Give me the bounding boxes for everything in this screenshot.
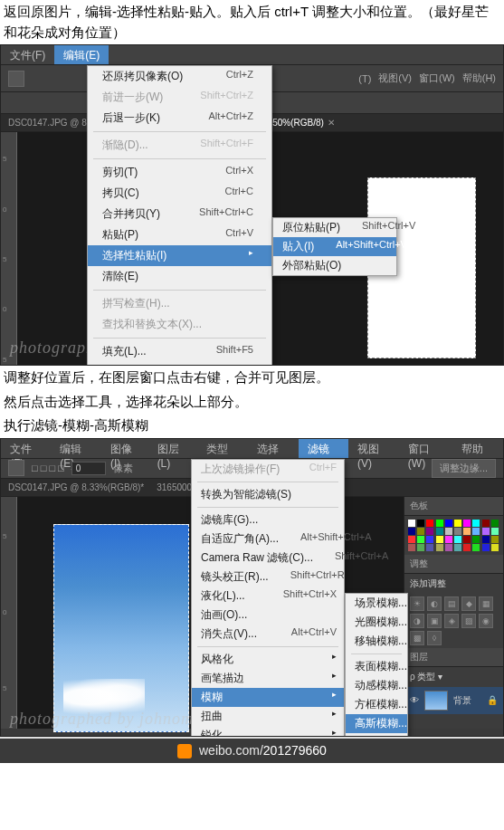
menu-item[interactable]: 还原拷贝像素(O)Ctrl+Z bbox=[88, 66, 271, 87]
menu-item[interactable]: 油画(O)... bbox=[192, 606, 344, 625]
menu-item[interactable]: Camera Raw 滤镜(C)...Shift+Ctrl+A bbox=[192, 549, 344, 568]
swatch[interactable] bbox=[426, 528, 433, 535]
layer-background[interactable]: 👁 背景 🔒 bbox=[404, 687, 503, 714]
swatch[interactable] bbox=[482, 520, 490, 527]
menu-help-2[interactable]: 帮助(H) bbox=[452, 439, 503, 458]
refine-edge-button[interactable]: 调整边缘... bbox=[432, 459, 496, 478]
menu-item[interactable]: 描边(S)... bbox=[88, 362, 271, 366]
swatch[interactable] bbox=[454, 520, 461, 527]
value-input[interactable] bbox=[71, 462, 106, 475]
swatch[interactable] bbox=[482, 528, 490, 535]
swatch[interactable] bbox=[491, 528, 499, 535]
menu-item[interactable]: 镜头校正(R)...Shift+Ctrl+R bbox=[192, 568, 344, 587]
swatch[interactable] bbox=[454, 528, 461, 535]
menu-file-2[interactable]: 文件(F) bbox=[1, 439, 51, 458]
layers-tab[interactable]: 图层 bbox=[404, 648, 503, 667]
swatch[interactable] bbox=[417, 528, 424, 535]
menu-type-2[interactable]: 类型(Y) bbox=[197, 439, 248, 458]
menu-item[interactable]: 动感模糊... bbox=[346, 676, 407, 695]
swatch[interactable] bbox=[472, 520, 480, 527]
doc-tab-1[interactable]: DSC0147.JPG @ 8... bbox=[8, 118, 94, 128]
menu-edit-2[interactable]: 编辑(E) bbox=[51, 439, 101, 458]
layer-thumbnail[interactable] bbox=[424, 691, 448, 711]
swatch-grid[interactable] bbox=[404, 516, 503, 555]
menu-item[interactable]: 场景模糊... bbox=[346, 594, 407, 613]
swatch[interactable] bbox=[445, 520, 452, 527]
swatch[interactable] bbox=[426, 520, 433, 527]
menu-item[interactable]: 清除(E) bbox=[88, 266, 271, 287]
swatch[interactable] bbox=[436, 544, 443, 551]
swatch[interactable] bbox=[463, 528, 471, 535]
menu-item[interactable]: 模糊▸ bbox=[192, 688, 344, 707]
swatch[interactable] bbox=[491, 544, 499, 551]
menu-item[interactable]: 原位粘贴(P)Shift+Ctrl+V bbox=[273, 218, 396, 237]
menu-item[interactable]: 液化(L)...Shift+Ctrl+X bbox=[192, 587, 344, 606]
swatch[interactable] bbox=[445, 544, 452, 551]
menu-item[interactable]: 自适应广角(A)...Alt+Shift+Ctrl+A bbox=[192, 529, 344, 549]
adjustments-tab[interactable]: 调整 bbox=[404, 555, 503, 574]
eye-icon[interactable]: 👁 bbox=[410, 695, 419, 705]
swatch[interactable] bbox=[408, 520, 415, 527]
menu-item[interactable]: 进一步模糊 bbox=[346, 733, 407, 737]
menu-item[interactable]: 贴入(I)Alt+Shift+Ctrl+V bbox=[273, 237, 396, 256]
swatch[interactable] bbox=[408, 536, 415, 543]
swatch[interactable] bbox=[436, 528, 443, 535]
tool-icon[interactable] bbox=[8, 71, 24, 87]
menu-item[interactable]: 剪切(T)Ctrl+X bbox=[88, 162, 271, 183]
swatch[interactable] bbox=[445, 536, 452, 543]
swatch[interactable] bbox=[482, 544, 490, 551]
swatch[interactable] bbox=[463, 544, 471, 551]
menu-item[interactable]: 画笔描边▸ bbox=[192, 669, 344, 688]
menu-item[interactable]: 光圈模糊... bbox=[346, 613, 407, 632]
menu-item[interactable]: 滤镜库(G)... bbox=[192, 510, 344, 529]
swatch[interactable] bbox=[426, 536, 433, 543]
layers-filter[interactable]: ρ 类型 ▾ bbox=[404, 667, 503, 687]
swatch[interactable] bbox=[491, 536, 499, 543]
menu-item[interactable]: 移轴模糊... bbox=[346, 632, 407, 651]
menu-window-2[interactable]: 窗口(W) bbox=[399, 439, 452, 458]
menu-item[interactable]: 外部粘贴(O) bbox=[273, 256, 396, 275]
swatch[interactable] bbox=[463, 520, 471, 527]
swatch[interactable] bbox=[436, 536, 443, 543]
menu-item[interactable]: 选择性粘贴(I)▸ bbox=[88, 245, 271, 266]
menu-item[interactable]: 方框模糊... bbox=[346, 695, 407, 714]
swatch[interactable] bbox=[445, 528, 452, 535]
swatch[interactable] bbox=[417, 520, 424, 527]
swatch[interactable] bbox=[454, 544, 461, 551]
swatch[interactable] bbox=[408, 528, 415, 535]
menu-item[interactable]: 转换为智能滤镜(S) bbox=[192, 485, 344, 504]
swatch[interactable] bbox=[408, 544, 415, 551]
swatch[interactable] bbox=[417, 536, 424, 543]
menu-item[interactable]: 高斯模糊... bbox=[346, 714, 407, 733]
menu-item[interactable]: 消失点(V)...Alt+Ctrl+V bbox=[192, 625, 344, 644]
menu-item[interactable]: 拷贝(C)Ctrl+C bbox=[88, 183, 271, 204]
menu-image-2[interactable]: 图像(I) bbox=[101, 439, 148, 458]
sky-image[interactable] bbox=[53, 524, 189, 732]
menu-item[interactable]: 粘贴(P)Ctrl+V bbox=[88, 224, 271, 245]
swatch[interactable] bbox=[482, 536, 490, 543]
menu-filter-2[interactable]: 滤镜(T) bbox=[299, 439, 348, 458]
menu-item[interactable]: 扭曲▸ bbox=[192, 707, 344, 726]
menu-select-2[interactable]: 选择(S) bbox=[248, 439, 299, 458]
tool-icon-2[interactable] bbox=[8, 460, 24, 476]
menu-item[interactable]: 表面模糊... bbox=[346, 657, 407, 676]
menu-item[interactable]: 合并拷贝(Y)Shift+Ctrl+C bbox=[88, 204, 271, 224]
menu-item[interactable]: 填充(L)...Shift+F5 bbox=[88, 341, 271, 362]
menu-view-2[interactable]: 视图(V) bbox=[348, 439, 399, 458]
menu-item[interactable]: 风格化▸ bbox=[192, 650, 344, 669]
adjustment-icons[interactable]: ☀◐▤◆▦◑▣◈▨◉▩◊ bbox=[404, 594, 503, 648]
swatch[interactable] bbox=[472, 544, 480, 551]
swatch[interactable] bbox=[426, 544, 433, 551]
doc-tab-3[interactable]: DSC0147.JPG @ 8.33%(RGB/8)* bbox=[8, 482, 144, 492]
swatch[interactable] bbox=[472, 528, 480, 535]
menu-item[interactable]: 后退一步(K)Alt+Ctrl+Z bbox=[88, 108, 271, 129]
menu-item[interactable]: 锐化▸ bbox=[192, 726, 344, 737]
menu-file[interactable]: 文件(F) bbox=[1, 45, 54, 64]
swatch[interactable] bbox=[454, 536, 461, 543]
swatch[interactable] bbox=[463, 536, 471, 543]
swatch[interactable] bbox=[472, 536, 480, 543]
menu-edit[interactable]: 编辑(E) bbox=[54, 45, 109, 64]
swatch[interactable] bbox=[436, 520, 443, 527]
swatch[interactable] bbox=[491, 520, 499, 527]
swatch[interactable] bbox=[417, 544, 424, 551]
